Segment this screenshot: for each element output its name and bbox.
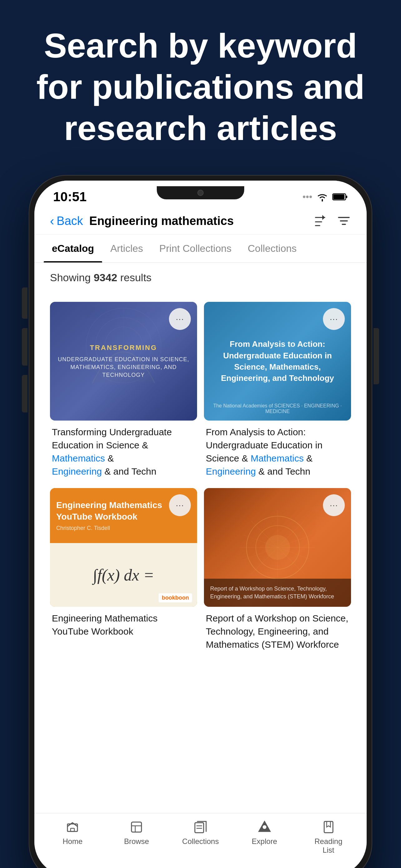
nav-item-browse[interactable]: Browse [105, 819, 169, 846]
nav-browse-label: Browse [124, 837, 149, 846]
front-camera [197, 190, 204, 196]
book2-title: From Analysis to Action: Undergraduate E… [206, 426, 349, 478]
hero-section: Search by keyword for publications and r… [0, 0, 401, 167]
book2-cover-text: From Analysis to Action: Undergraduate E… [204, 332, 351, 390]
book2-org: The National Academies of SCIENCES · ENG… [204, 403, 351, 414]
svg-point-34 [263, 825, 266, 829]
browse-icon [129, 819, 144, 835]
results-bar: Showing 9342 results [34, 263, 367, 292]
navigation-bar: ‹ Back Engineering mathematics [34, 208, 367, 235]
battery-icon [332, 192, 348, 201]
book-card-2[interactable]: From Analysis to Action: Undergraduate E… [201, 299, 354, 484]
tab-articles[interactable]: Articles [102, 235, 151, 262]
nav-collections-label: Collections [182, 837, 219, 846]
svg-rect-29 [132, 822, 141, 832]
collections-icon [193, 819, 208, 835]
math-formula: ∫f(x) dx = [93, 566, 154, 584]
book3-info: Engineering Mathematics YouTube Workbook [50, 607, 197, 641]
back-label: Back [57, 214, 83, 228]
volume-down-button [22, 375, 28, 412]
nav-item-reading-list[interactable]: ReadingList [296, 819, 360, 855]
nav-item-home[interactable]: Home [41, 819, 105, 846]
filter-icon[interactable] [337, 214, 351, 228]
results-suffix: results [118, 272, 152, 283]
back-button[interactable]: ‹ Back [50, 214, 83, 228]
phone-frame: 10:51 ••• [29, 175, 372, 868]
nav-reading-list-label: ReadingList [314, 837, 342, 855]
book3-cover-author: Christopher C. Tisdell [56, 525, 191, 531]
signal-icon: ••• [302, 191, 312, 202]
page-title: Engineering mathematics [89, 214, 313, 228]
sort-icon[interactable] [313, 214, 327, 228]
book2-info: From Analysis to Action: Undergraduate E… [204, 421, 351, 481]
content-area: Showing 9342 results [34, 263, 367, 868]
nav-actions [313, 214, 351, 228]
wifi-icon [316, 192, 329, 202]
book1-info: Transforming Undergraduate Education in … [50, 421, 197, 481]
svg-rect-30 [195, 823, 204, 833]
power-button [373, 328, 379, 384]
book4-cover-text: Report of a Workshop on Science, Technol… [210, 585, 345, 600]
book4-title: Report of a Workshop on Science, Technol… [206, 612, 349, 651]
phone-screen: 10:51 ••• [34, 181, 367, 868]
tab-print-collections[interactable]: Print Collections [151, 235, 239, 262]
book3-title: Engineering Mathematics YouTube Workbook [52, 612, 195, 638]
book-card-3[interactable]: Engineering Mathematics YouTube Workbook… [47, 485, 200, 657]
hero-title: Search by keyword for publications and r… [31, 25, 370, 149]
volume-up-button [22, 328, 28, 366]
nav-home-label: Home [63, 837, 82, 846]
svg-rect-2 [346, 195, 347, 198]
status-icons: ••• [302, 191, 348, 202]
status-time: 10:51 [53, 189, 87, 204]
book1-more-button[interactable]: ··· [169, 308, 191, 330]
tab-ecatalog[interactable]: eCatalog [44, 235, 102, 262]
phone-container: 10:51 ••• [29, 175, 372, 868]
book-cover-1: TRANSFORMING UNDERGRADUATE EDUCATION IN … [50, 302, 197, 421]
phone-notch [157, 186, 244, 199]
bookboon-logo: bookboon [159, 593, 192, 602]
book4-more-button[interactable]: ··· [323, 494, 345, 516]
sun-decoration [234, 504, 321, 591]
book-cover-4: Report of a Workshop on Science, Technol… [204, 488, 351, 607]
back-chevron-icon: ‹ [50, 214, 54, 228]
tab-collections[interactable]: Collections [239, 235, 305, 262]
nav-item-collections[interactable]: Collections [169, 819, 233, 846]
results-prefix: Showing [50, 272, 94, 283]
svg-marker-4 [322, 215, 325, 220]
nav-item-explore[interactable]: Explore [232, 819, 296, 846]
book-cover-3: Engineering Mathematics YouTube Workbook… [50, 488, 197, 607]
book4-cover-overlay: Report of a Workshop on Science, Technol… [204, 579, 351, 607]
book3-more-button[interactable]: ··· [169, 494, 191, 516]
book-card-1[interactable]: TRANSFORMING UNDERGRADUATE EDUCATION IN … [47, 299, 200, 484]
book2-more-button[interactable]: ··· [323, 308, 345, 330]
book4-info: Report of a Workshop on Science, Technol… [204, 607, 351, 654]
svg-rect-35 [324, 822, 333, 833]
results-count: 9342 [94, 272, 118, 283]
explore-icon [257, 819, 272, 835]
book-card-4[interactable]: Report of a Workshop on Science, Technol… [201, 485, 354, 657]
reading-list-icon [321, 819, 336, 835]
tabs-container: eCatalog Articles Print Collections Coll… [34, 235, 367, 263]
svg-rect-1 [333, 194, 344, 199]
book-cover-2: From Analysis to Action: Undergraduate E… [204, 302, 351, 421]
books-grid: TRANSFORMING UNDERGRADUATE EDUCATION IN … [34, 292, 367, 664]
volume-silent-button [22, 287, 28, 319]
bottom-navigation: Home Browse [34, 813, 367, 868]
nav-explore-label: Explore [252, 837, 277, 846]
home-icon [65, 819, 80, 835]
book1-title: Transforming Undergraduate Education in … [52, 426, 195, 478]
